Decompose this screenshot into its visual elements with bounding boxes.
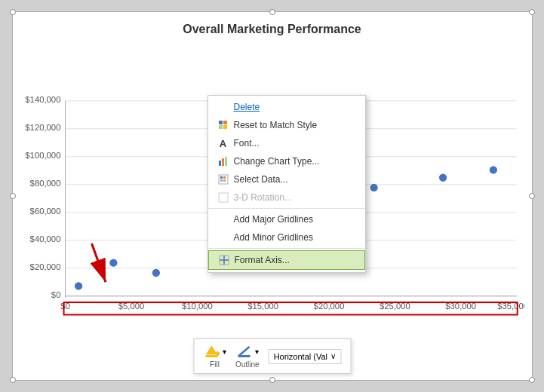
axis-dropdown[interactable]: Horizontal (Val ∨: [269, 349, 341, 364]
menu-item-add-major-gridlines[interactable]: Add Major Gridlines: [208, 210, 365, 228]
handle-bottom-left[interactable]: [10, 377, 16, 383]
svg-text:$5,000: $5,000: [118, 302, 144, 311]
handle-bottom-right[interactable]: [529, 377, 535, 383]
font-label: Font...: [234, 138, 260, 149]
svg-rect-41: [219, 161, 221, 166]
svg-rect-38: [223, 121, 227, 124]
outline-icon: [235, 344, 252, 359]
axis-dropdown-label: Horizontal (Val: [274, 352, 327, 361]
svg-rect-42: [222, 158, 224, 166]
menu-item-add-minor-gridlines[interactable]: Add Minor Gridlines: [208, 228, 365, 247]
menu-item-change-chart[interactable]: Change Chart Type...: [208, 152, 365, 170]
bottom-toolbar: ▾ Fill ▾ Outline Horizontal (Val ∨: [193, 338, 351, 374]
svg-point-34: [489, 166, 496, 173]
delete-icon: [217, 101, 229, 113]
svg-text:$20,000: $20,000: [29, 262, 60, 271]
handle-top-left[interactable]: [10, 9, 16, 15]
handle-top[interactable]: [269, 9, 275, 15]
outline-dropdown-arrow[interactable]: ▾: [255, 348, 259, 356]
handle-left[interactable]: [10, 193, 16, 199]
svg-rect-43: [225, 157, 227, 166]
font-icon: A: [217, 137, 229, 149]
svg-rect-47: [220, 179, 223, 182]
chart-wrapper: Overall Marketing Performance $0 $20,000…: [12, 11, 533, 381]
delete-link[interactable]: Delete: [234, 102, 260, 112]
axis-dropdown-arrow-icon: ∨: [330, 352, 336, 360]
menu-item-reset[interactable]: Reset to Match Style: [208, 116, 365, 134]
chart-title: Overall Marketing Performance: [20, 23, 524, 36]
handle-right[interactable]: [529, 193, 535, 199]
svg-text:$25,000: $25,000: [379, 302, 410, 311]
svg-text:$140,000: $140,000: [25, 95, 60, 104]
select-data-label: Select Data...: [234, 174, 288, 185]
svg-text:$40,000: $40,000: [29, 234, 60, 243]
svg-point-29: [152, 269, 159, 277]
svg-rect-56: [238, 355, 250, 357]
select-data-icon: [217, 173, 229, 185]
fill-label: Fill: [210, 360, 220, 369]
svg-point-33: [438, 173, 446, 181]
svg-rect-53: [205, 355, 217, 357]
minor-gridlines-icon: [217, 231, 229, 243]
svg-rect-40: [223, 125, 227, 129]
minor-gridlines-label: Add Minor Gridlines: [234, 232, 313, 243]
svg-line-36: [91, 243, 105, 282]
svg-point-27: [74, 282, 81, 289]
svg-text:$0: $0: [51, 290, 60, 299]
3d-rotation-label: 3-D Rotation...: [234, 192, 292, 203]
svg-text:$60,000: $60,000: [29, 207, 60, 216]
format-axis-icon: [218, 254, 230, 266]
fill-dropdown-arrow[interactable]: ▾: [223, 348, 226, 356]
svg-rect-48: [223, 179, 226, 182]
3d-rotation-icon: [217, 191, 229, 204]
fill-button[interactable]: ▾: [203, 344, 226, 359]
fill-group: ▾ Fill: [203, 344, 226, 369]
svg-point-28: [109, 259, 117, 266]
svg-point-32: [370, 184, 377, 191]
svg-rect-49: [219, 193, 228, 202]
svg-text:$15,000: $15,000: [247, 302, 278, 311]
chart-icon: [217, 155, 229, 167]
svg-rect-46: [223, 176, 226, 179]
svg-text:$80,000: $80,000: [29, 179, 60, 188]
svg-line-55: [238, 347, 249, 356]
separator-2: [208, 248, 365, 249]
svg-text:$20,000: $20,000: [313, 302, 344, 311]
svg-text:$0: $0: [60, 302, 70, 311]
outline-label: Outline: [235, 360, 260, 369]
major-gridlines-icon: [217, 213, 229, 225]
svg-rect-45: [220, 176, 223, 179]
reset-icon: [217, 119, 229, 131]
menu-item-3d-rotation: 3-D Rotation...: [208, 188, 365, 207]
fill-icon: [203, 344, 220, 359]
menu-item-select-data[interactable]: Select Data...: [208, 170, 365, 188]
svg-rect-39: [219, 125, 223, 129]
separator-1: [208, 208, 365, 209]
outline-button[interactable]: ▾: [235, 344, 259, 359]
outline-group: ▾ Outline: [235, 344, 260, 369]
svg-text:$30,000: $30,000: [445, 302, 476, 311]
svg-rect-37: [219, 121, 223, 124]
reset-label: Reset to Match Style: [234, 120, 318, 130]
svg-text:$100,000: $100,000: [25, 151, 60, 160]
svg-text:$120,000: $120,000: [25, 123, 60, 132]
change-chart-label: Change Chart Type...: [234, 156, 320, 167]
format-axis-label: Format Axis...: [235, 255, 290, 265]
svg-text:$10,000: $10,000: [181, 302, 212, 311]
menu-item-delete[interactable]: Delete: [208, 98, 365, 116]
svg-text:$35,000: $35,000: [497, 302, 524, 311]
major-gridlines-label: Add Major Gridlines: [234, 214, 313, 225]
menu-item-font[interactable]: A Font...: [208, 134, 365, 152]
handle-top-right[interactable]: [529, 9, 535, 15]
handle-bottom[interactable]: [269, 377, 275, 383]
menu-item-format-axis[interactable]: Format Axis...: [208, 250, 365, 270]
context-menu: Delete Reset to Match Style A Font... Ch…: [207, 95, 366, 273]
